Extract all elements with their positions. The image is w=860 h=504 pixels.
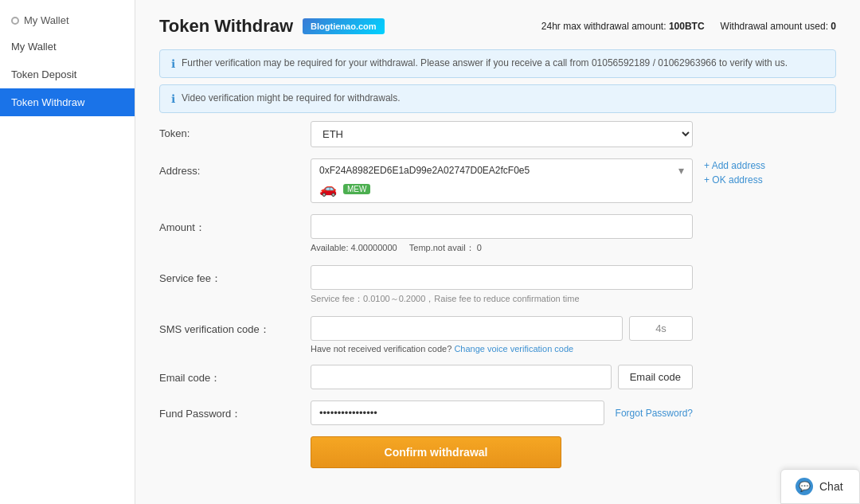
token-select[interactable]: ETH BTC USDT	[311, 121, 693, 147]
form: Token: ETH BTC USDT Address: 0xF24A8982E…	[159, 121, 836, 468]
sidebar-item-token-deposit-label: Token Deposit	[11, 68, 76, 80]
site-logo: Blogtienao.com	[303, 18, 385, 34]
address-box[interactable]: 0xF24A8982ED6E1aD99e2A02747D0EA2fcF0e5 ▾…	[311, 158, 693, 203]
banner-1-text: Further verification may be required for…	[182, 57, 788, 68]
address-sub: 🚗 MEW	[319, 180, 684, 197]
amount-used-value: 0	[831, 21, 836, 32]
service-fee-row: Service fee： 0.01 Service fee：0.0100～0.2…	[159, 265, 836, 305]
banner-2-text: Video verification might be required for…	[182, 92, 401, 104]
main-content: Token Withdraw Blogtienao.com 24hr max w…	[135, 0, 860, 504]
chat-icon: 💬	[796, 478, 813, 495]
sms-hint-row: Have not received verification code? Cha…	[311, 344, 693, 354]
sms-timer: 4s	[629, 316, 693, 341]
address-control: 0xF24A8982ED6E1aD99e2A02747D0EA2fcF0e5 ▾…	[311, 158, 693, 203]
amount-sub-info: Available: 4.00000000 Temp.not avail： 0	[311, 242, 693, 254]
info-icon-2: ℹ	[171, 92, 175, 105]
amount-input[interactable]: 2.01	[311, 214, 693, 239]
token-label: Token:	[159, 121, 311, 139]
address-links: + Add address + OK address	[704, 158, 765, 186]
email-label: Email code：	[159, 365, 311, 385]
address-label: Address:	[159, 158, 311, 177]
fund-input-row: •••••••••••••••• Forgot Password?	[311, 400, 693, 425]
fund-password-input[interactable]: ••••••••••••••••	[311, 400, 604, 425]
token-row: Token: ETH BTC USDT	[159, 121, 836, 147]
ok-address-link[interactable]: + OK address	[704, 174, 765, 186]
mew-tag: MEW	[343, 184, 370, 194]
temp-not-avail-value: 0	[477, 243, 482, 252]
sms-hint-text: Have not received verification code?	[311, 344, 452, 354]
fund-password-control: •••••••••••••••• Forgot Password?	[311, 400, 693, 425]
chat-button[interactable]: 💬 Chat	[780, 469, 860, 504]
amount-used-label: Withdrawal amount used:	[721, 21, 828, 32]
email-code-input[interactable]: 7439••	[311, 365, 612, 389]
header-info: 24hr max withdrawal amount: 100BTC Withd…	[541, 21, 836, 32]
max-withdrawal-info: 24hr max withdrawal amount: 100BTC	[541, 21, 705, 32]
token-control: ETH BTC USDT	[311, 121, 693, 147]
sms-input[interactable]: 4445••	[311, 316, 623, 341]
service-fee-input[interactable]: 0.01	[311, 265, 693, 290]
max-withdrawal-label: 24hr max withdrawal amount:	[541, 21, 666, 32]
fund-password-label: Fund Password：	[159, 400, 311, 421]
available-value: 4.00000000	[351, 243, 397, 252]
address-row: Address: 0xF24A8982ED6E1aD99e2A02747D0EA…	[159, 158, 836, 203]
amount-row: Amount： 2.01 Available: 4.00000000 Temp.…	[159, 214, 836, 254]
banner-1: ℹ Further verification may be required f…	[159, 49, 836, 78]
temp-not-avail-label: Temp.not avail：	[409, 243, 475, 252]
service-fee-hint: Service fee：0.0100～0.2000，Raise fee to r…	[311, 293, 693, 305]
info-icon-1: ℹ	[171, 57, 175, 70]
amount-used-info: Withdrawal amount used: 0	[721, 21, 836, 32]
email-row: Email code： 7439•• Email code	[159, 365, 836, 389]
page-title: Token Withdraw	[159, 16, 293, 37]
wallet-dot-icon	[11, 17, 19, 25]
sidebar-item-my-wallet-label: My Wallet	[11, 41, 57, 53]
service-fee-control: 0.01 Service fee：0.0100～0.2000，Raise fee…	[311, 265, 693, 305]
fund-password-row: Fund Password： •••••••••••••••• Forgot P…	[159, 400, 836, 425]
sms-label: SMS verification code：	[159, 316, 311, 337]
address-top: 0xF24A8982ED6E1aD99e2A02747D0EA2fcF0e5 ▾	[319, 164, 684, 177]
chat-label: Chat	[819, 480, 843, 493]
address-avatar-icon: 🚗	[319, 180, 337, 197]
amount-control: 2.01 Available: 4.00000000 Temp.not avai…	[311, 214, 693, 254]
add-address-link[interactable]: + Add address	[704, 160, 765, 171]
forgot-password-link[interactable]: Forgot Password?	[616, 408, 693, 419]
sidebar-item-token-withdraw-label: Token Withdraw	[11, 96, 84, 108]
banner-2: ℹ Video verification might be required f…	[159, 84, 836, 113]
email-control: 7439•• Email code	[311, 365, 693, 389]
sidebar-item-token-deposit[interactable]: Token Deposit	[0, 61, 135, 88]
sidebar-item-token-withdraw[interactable]: Token Withdraw	[0, 88, 135, 116]
sms-voice-link[interactable]: Change voice verification code	[454, 344, 573, 354]
sms-input-row: 4445•• 4s	[311, 316, 693, 341]
max-withdrawal-value: 100BTC	[669, 21, 705, 32]
sms-control: 4445•• 4s Have not received verification…	[311, 316, 693, 354]
confirm-withdrawal-button[interactable]: Confirm withdrawal	[311, 436, 561, 468]
sms-row: SMS verification code： 4445•• 4s Have no…	[159, 316, 836, 354]
sidebar-item-my-wallet[interactable]: My Wallet	[0, 33, 135, 61]
chevron-down-icon[interactable]: ▾	[678, 164, 684, 177]
page-header: Token Withdraw Blogtienao.com 24hr max w…	[159, 16, 836, 37]
address-text: 0xF24A8982ED6E1aD99e2A02747D0EA2fcF0e5	[319, 165, 530, 176]
email-code-button[interactable]: Email code	[618, 365, 693, 389]
amount-label: Amount：	[159, 214, 311, 235]
service-fee-label: Service fee：	[159, 265, 311, 286]
sidebar: My Wallet My Wallet Token Deposit Token …	[0, 0, 135, 504]
available-label: Available:	[311, 243, 349, 252]
sidebar-header: My Wallet	[0, 8, 135, 33]
sidebar-header-label: My Wallet	[24, 14, 69, 26]
email-input-row: 7439•• Email code	[311, 365, 693, 389]
